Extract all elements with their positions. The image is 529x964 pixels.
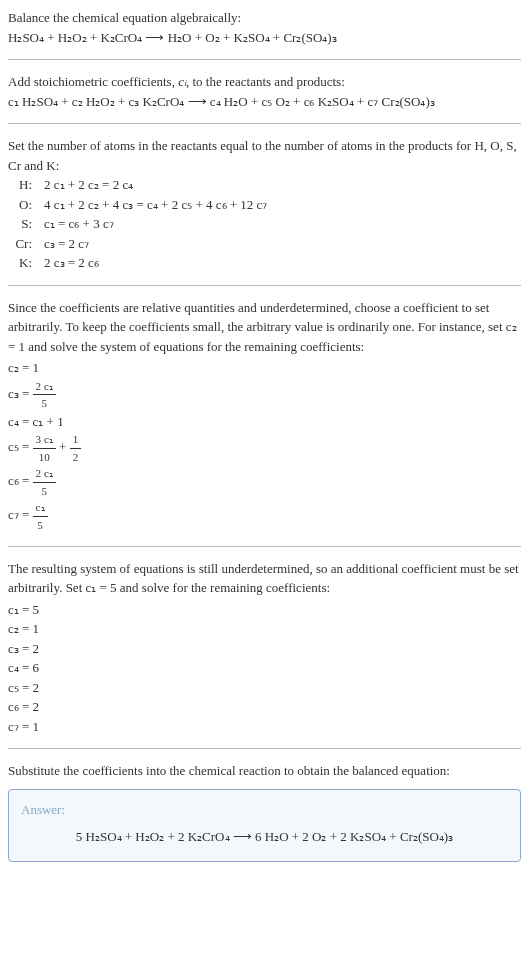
balance-row: S: c₁ = c₆ + 3 c₇ bbox=[8, 214, 521, 234]
balance-row: K: 2 c₃ = 2 c₆ bbox=[8, 253, 521, 273]
solution-set-1: c₂ = 1 c₃ = 2 c₁5 c₄ = c₁ + 1 c₅ = 3 c₁1… bbox=[8, 358, 521, 534]
coef-c5: c₅ = 3 c₁10 + 12 bbox=[8, 431, 521, 465]
divider bbox=[8, 748, 521, 749]
coef-value: c₁ = 5 bbox=[8, 600, 521, 620]
balance-row: H: 2 c₁ + 2 c₂ = 2 c₄ bbox=[8, 175, 521, 195]
instruction-4: Since the coefficients are relative quan… bbox=[8, 298, 521, 357]
element-label: S: bbox=[8, 214, 32, 234]
element-label: O: bbox=[8, 195, 32, 215]
coef-c2: c₂ = 1 bbox=[8, 358, 521, 378]
answer-box: Answer: 5 H₂SO₄ + H₂O₂ + 2 K₂CrO₄ ⟶ 6 H₂… bbox=[8, 789, 521, 862]
divider bbox=[8, 59, 521, 60]
coef-value: c₂ = 1 bbox=[8, 619, 521, 639]
divider bbox=[8, 123, 521, 124]
fraction: c₁5 bbox=[33, 499, 48, 533]
instruction-2: Add stoichiometric coefficients, cᵢ, to … bbox=[8, 72, 521, 92]
coef-c6: c₆ = 2 c₁5 bbox=[8, 465, 521, 499]
element-label: K: bbox=[8, 253, 32, 273]
element-equation: 2 c₃ = 2 c₆ bbox=[44, 253, 99, 273]
instruction-5: The resulting system of equations is sti… bbox=[8, 559, 521, 598]
instruction-3: Set the number of atoms in the reactants… bbox=[8, 136, 521, 175]
coef-c3: c₃ = 2 c₁5 bbox=[8, 378, 521, 412]
element-equation: c₁ = c₆ + 3 c₇ bbox=[44, 214, 114, 234]
coef-value: c₇ = 1 bbox=[8, 717, 521, 737]
element-label: Cr: bbox=[8, 234, 32, 254]
fraction: 2 c₁5 bbox=[33, 378, 56, 412]
coef-value: c₃ = 2 bbox=[8, 639, 521, 659]
answer-label: Answer: bbox=[21, 800, 508, 820]
divider bbox=[8, 546, 521, 547]
balance-equations: H: 2 c₁ + 2 c₂ = 2 c₄ O: 4 c₁ + 2 c₂ + 4… bbox=[8, 175, 521, 273]
fraction: 3 c₁10 bbox=[33, 431, 56, 465]
fraction: 2 c₁5 bbox=[33, 465, 56, 499]
balance-row: O: 4 c₁ + 2 c₂ + 4 c₃ = c₄ + 2 c₅ + 4 c₆… bbox=[8, 195, 521, 215]
coef-value: c₄ = 6 bbox=[8, 658, 521, 678]
element-equation: 4 c₁ + 2 c₂ + 4 c₃ = c₄ + 2 c₅ + 4 c₆ + … bbox=[44, 195, 267, 215]
instruction-1: Balance the chemical equation algebraica… bbox=[8, 8, 521, 28]
divider bbox=[8, 285, 521, 286]
equation-unbalanced: H₂SO₄ + H₂O₂ + K₂CrO₄ ⟶ H₂O + O₂ + K₂SO₄… bbox=[8, 28, 521, 48]
equation-with-coefficients: c₁ H₂SO₄ + c₂ H₂O₂ + c₃ K₂CrO₄ ⟶ c₄ H₂O … bbox=[8, 92, 521, 112]
coef-c4: c₄ = c₁ + 1 bbox=[8, 412, 521, 432]
element-equation: c₃ = 2 c₇ bbox=[44, 234, 89, 254]
instruction-6: Substitute the coefficients into the che… bbox=[8, 761, 521, 781]
balance-row: Cr: c₃ = 2 c₇ bbox=[8, 234, 521, 254]
fraction: 12 bbox=[70, 431, 82, 465]
coef-value: c₆ = 2 bbox=[8, 697, 521, 717]
ci-symbol: cᵢ bbox=[178, 74, 186, 89]
element-equation: 2 c₁ + 2 c₂ = 2 c₄ bbox=[44, 175, 133, 195]
coef-c7: c₇ = c₁5 bbox=[8, 499, 521, 533]
coef-value: c₅ = 2 bbox=[8, 678, 521, 698]
element-label: H: bbox=[8, 175, 32, 195]
solution-set-2: c₁ = 5 c₂ = 1 c₃ = 2 c₄ = 6 c₅ = 2 c₆ = … bbox=[8, 600, 521, 737]
balanced-equation: 5 H₂SO₄ + H₂O₂ + 2 K₂CrO₄ ⟶ 6 H₂O + 2 O₂… bbox=[21, 823, 508, 851]
